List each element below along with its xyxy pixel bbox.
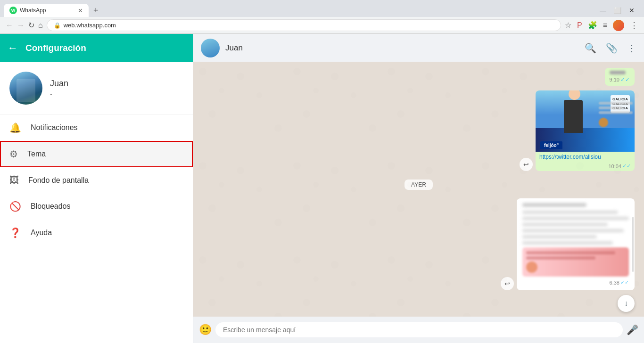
settings-item-ayuda[interactable]: ❓ Ayuda (0, 220, 193, 246)
url-text: web.whatsapp.com (64, 22, 116, 29)
media-time: 10:04 ✓✓ (536, 162, 635, 171)
forward-button[interactable]: → (17, 21, 25, 30)
profile-info: Juan - (50, 79, 68, 98)
profile-status: - (50, 90, 68, 98)
msg-row-received-blurred: ↩ (203, 198, 635, 290)
close-button[interactable]: ✕ (629, 7, 635, 14)
whatsapp-container: ← Configuración Juan - 🔔 Notificaciones (0, 34, 644, 343)
day-divider: AYER (203, 180, 635, 190)
blurred-card-message: 6:38 ✓✓ (517, 198, 635, 290)
extension-icon-1[interactable]: P (577, 21, 582, 30)
settings-title: Configuración (25, 43, 86, 53)
ticks-media: ✓✓ (622, 163, 631, 169)
tema-label: Tema (27, 150, 46, 158)
menu-icon[interactable]: ⋮ (630, 20, 638, 31)
emoji-button[interactable]: 🙂 (199, 324, 212, 336)
minimize-button[interactable]: — (600, 7, 606, 14)
mic-button[interactable]: 🎤 (627, 324, 638, 335)
profile-name: Juan (50, 79, 68, 89)
address-bar: ← → ↻ ⌂ 🔒 web.whatsapp.com ☆ P 🧩 ≡ ⋮ (0, 17, 644, 34)
more-options-button[interactable]: ⋮ (627, 42, 636, 54)
msg-row-sent-media: ↩ GALICIAGALICIAGALICIA (203, 90, 635, 171)
back-arrow-icon[interactable]: ← (8, 42, 18, 54)
avatar (9, 72, 42, 105)
bell-icon: 🔔 (9, 122, 21, 133)
notifications-label: Notificaciones (31, 123, 78, 132)
blocked-icon: 🚫 (9, 201, 21, 212)
fondo-label: Fondo de pantalla (28, 176, 89, 185)
browser-chrome: W WhatsApp ✕ + — ⬜ ✕ ← → ↻ ⌂ 🔒 web.whats… (0, 0, 644, 34)
url-field[interactable]: 🔒 web.whatsapp.com (47, 19, 561, 31)
media-link[interactable]: https://twitter.com/allsiou (536, 152, 635, 162)
media-message: GALICIAGALICIAGALICIA feijóo® (536, 90, 635, 171)
settings-item-notifications[interactable]: 🔔 Notificaciones (0, 114, 193, 141)
blurred-msg-time: 6:38 ✓✓ (522, 279, 629, 286)
chat-input-bar: 🙂 🎤 (193, 317, 644, 343)
window-controls: — ⬜ ✕ (600, 7, 640, 14)
tab-bar: W WhatsApp ✕ + — ⬜ ✕ (0, 0, 644, 17)
wallpaper-icon: 🖼 (9, 175, 19, 186)
ticks-1: ✓✓ (620, 76, 630, 83)
settings-item-bloqueados[interactable]: 🚫 Bloqueados (0, 193, 193, 220)
reload-button[interactable]: ↻ (28, 21, 34, 30)
msg-row-sent-1: 9:10 ✓✓ (203, 68, 635, 86)
ayuda-label: Ayuda (31, 229, 52, 237)
media-image: GALICIAGALICIAGALICIA feijóo® (536, 90, 635, 152)
forward-message-button[interactable]: ↩ (520, 158, 533, 171)
forward-message-button-2[interactable]: ↩ (501, 277, 514, 290)
active-tab[interactable]: W WhatsApp ✕ (4, 4, 89, 17)
tab-title: WhatsApp (20, 7, 75, 14)
maximize-button[interactable]: ⬜ (614, 7, 621, 14)
settings-header: ← Configuración (0, 34, 193, 62)
msg-time-1: 9:10 (610, 77, 619, 82)
browser-toolbar-actions: ☆ P 🧩 ≡ ⋮ (565, 20, 638, 31)
day-divider-label: AYER (405, 180, 433, 190)
attach-button[interactable]: 📎 (606, 42, 618, 54)
profile-section[interactable]: Juan - (0, 62, 193, 114)
chat-header: Juan 🔍 📎 ⋮ (193, 34, 644, 62)
back-button[interactable]: ← (6, 21, 13, 30)
gear-icon: ⚙ (9, 148, 18, 160)
new-tab-button[interactable]: + (91, 6, 101, 16)
scroll-down-button[interactable]: ↓ (618, 295, 635, 312)
bookmark-icon[interactable]: ☆ (565, 21, 571, 30)
chat-contact-name: Juan (225, 43, 585, 53)
tab-favicon: W (9, 7, 17, 14)
search-chat-button[interactable]: 🔍 (585, 42, 596, 54)
profile-avatar-browser[interactable] (613, 20, 624, 31)
chat-body[interactable]: 9:10 ✓✓ ↩ (193, 62, 644, 317)
settings-item-tema[interactable]: ⚙ Tema (0, 141, 193, 167)
chat-header-actions: 🔍 📎 ⋮ (585, 42, 636, 54)
bloqueados-label: Bloqueados (31, 202, 71, 211)
settings-item-fondo[interactable]: 🖼 Fondo de pantalla (0, 167, 193, 193)
close-tab-icon[interactable]: ✕ (78, 7, 83, 14)
extension-icon-2[interactable]: 🧩 (588, 21, 597, 30)
extension-icon-3[interactable]: ≡ (603, 21, 607, 30)
home-button[interactable]: ⌂ (38, 21, 43, 30)
lock-icon: 🔒 (54, 22, 61, 29)
chat-panel: Juan 🔍 📎 ⋮ 9:10 ✓✓ (193, 34, 644, 343)
help-icon: ❓ (9, 227, 21, 238)
msg-bubble-sent-1: 9:10 ✓✓ (605, 68, 635, 86)
chat-contact-avatar (201, 39, 220, 57)
message-input[interactable] (215, 322, 623, 337)
settings-menu: 🔔 Notificaciones ⚙ Tema 🖼 Fondo de panta… (0, 114, 193, 246)
settings-panel: ← Configuración Juan - 🔔 Notificaciones (0, 34, 193, 343)
